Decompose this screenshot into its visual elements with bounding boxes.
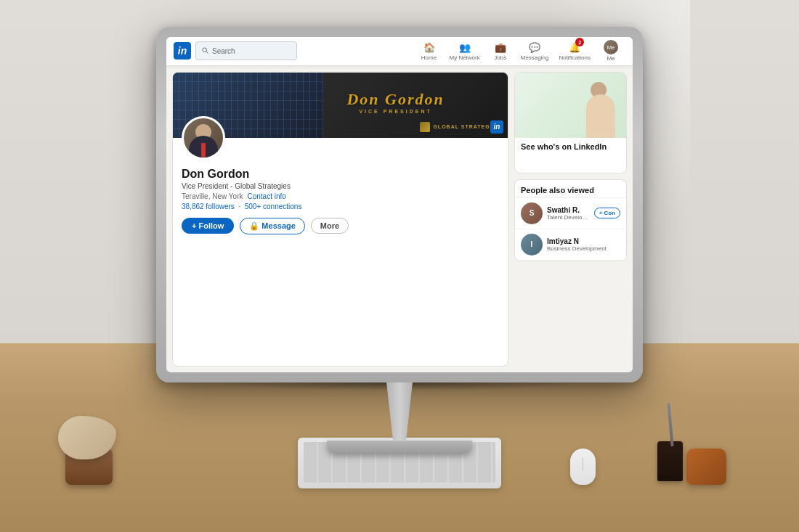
contact-info-link[interactable]: Contact info — [247, 192, 285, 200]
nav-network[interactable]: 👥 My Network — [445, 38, 484, 64]
monitor-screen: in Search 🏠 Home — [166, 37, 633, 372]
more-button[interactable]: More — [311, 218, 349, 234]
jobs-label: Jobs — [494, 54, 506, 61]
people-item-swathi: S Swathi R. Talent Development Group - Q… — [515, 198, 626, 229]
jobs-icon: 💼 — [494, 41, 507, 54]
monitor: in Search 🏠 Home — [145, 27, 654, 477]
me-avatar: Me — [604, 40, 618, 54]
profile-name-block: Don Gordon Vice President - Global Strat… — [182, 144, 499, 234]
people-item-imtiyaz: I Imtiyaz N Business Development — [515, 229, 626, 261]
connections-count: 500+ connections — [245, 202, 302, 210]
monitor-frame: in Search 🏠 Home — [156, 27, 643, 382]
message-button[interactable]: 🔒 Message — [240, 218, 305, 234]
profile-photo — [182, 116, 225, 160]
ad-person — [579, 80, 619, 138]
nav-messaging[interactable]: 💬 Messaging — [516, 38, 553, 64]
connect-label: Con — [604, 210, 615, 216]
location-text: Teraville, New York — [182, 192, 243, 200]
network-label: My Network — [450, 54, 480, 61]
nav-jobs[interactable]: 💼 Jobs — [486, 38, 515, 64]
monitor-stand-base — [327, 441, 472, 454]
people-also-viewed-card: People also viewed S Swathi R. Talent De… — [514, 179, 627, 261]
amber-holder — [686, 449, 726, 485]
main-content: Don Gordon VICE PRESIDENT GLOBAL STRATEG… — [166, 66, 633, 372]
imtiyaz-avatar: I — [521, 234, 543, 255]
ad-image — [515, 73, 626, 138]
messaging-label: Messaging — [521, 54, 549, 61]
ad-text-area: See who's on LinkedIn — [515, 138, 626, 156]
banner-signature-area: Don Gordon VICE PRESIDENT — [300, 83, 491, 123]
people-also-title: People also viewed — [515, 180, 626, 198]
search-bar[interactable]: Search — [195, 41, 297, 60]
banner-linkedin-icon: in — [490, 120, 503, 134]
swathi-role: Talent Development Group - Qa... — [547, 214, 590, 221]
ad-person-body — [586, 94, 615, 138]
nav-home[interactable]: 🏠 Home — [415, 38, 444, 64]
ad-title: See who's on LinkedIn — [521, 142, 620, 152]
vp-label: VICE PRESIDENT — [359, 109, 431, 114]
profile-banner: Don Gordon VICE PRESIDENT GLOBAL STRATEG… — [173, 73, 508, 138]
top-navigation: in Search 🏠 Home — [166, 37, 633, 66]
signature-script: Don Gordon — [346, 91, 444, 107]
profile-title: Vice President - Global Strategies — [182, 182, 499, 190]
imtiyaz-name: Imtiyaz N — [547, 237, 620, 245]
swathi-info: Swathi R. Talent Development Group - Qa.… — [547, 206, 590, 221]
me-label: Me — [607, 55, 615, 62]
nav-items: 🏠 Home 👥 My Network 💼 Jobs 💬 — [415, 37, 626, 65]
nav-me[interactable]: Me Me — [596, 37, 625, 65]
photo-silhouette — [184, 118, 223, 157]
network-icon: 👥 — [458, 41, 471, 54]
profile-info: Don Gordon Vice President - Global Strat… — [173, 138, 508, 242]
imtiyaz-info: Imtiyaz N Business Development — [547, 237, 620, 252]
connect-icon: + — [599, 210, 603, 216]
profile-location: Teraville, New York Contact info — [182, 192, 499, 200]
followers-count: 38,862 followers — [182, 202, 235, 210]
monitor-stand-neck — [378, 382, 421, 441]
right-sidebar: See who's on LinkedIn People also viewed… — [514, 72, 627, 367]
profile-actions: + Follow 🔒 Message More — [182, 218, 499, 234]
linkedin-logo: in — [174, 42, 191, 60]
linkedin-app: in Search 🏠 Home — [166, 37, 633, 372]
person-tie — [201, 143, 206, 157]
profile-stats: 38,862 followers · 500+ connections — [182, 202, 499, 210]
swathi-avatar: S — [521, 202, 543, 224]
svg-line-1 — [206, 52, 208, 53]
pen-holder — [657, 441, 683, 481]
messaging-icon: 💬 — [528, 41, 541, 54]
search-icon — [202, 47, 209, 54]
sidebar-ad-card: See who's on LinkedIn — [514, 72, 627, 173]
profile-card: Don Gordon VICE PRESIDENT GLOBAL STRATEG… — [172, 72, 508, 367]
notifications-icon: 🔔 2 — [568, 41, 581, 54]
imtiyaz-role: Business Development — [547, 245, 620, 252]
company-logo — [420, 122, 430, 132]
home-icon: 🏠 — [423, 41, 436, 54]
notifications-label: Notifications — [559, 54, 591, 61]
profile-name: Don Gordon — [182, 167, 499, 181]
follow-button[interactable]: + Follow — [182, 218, 234, 234]
company-area: GLOBAL STRATEGIES — [420, 122, 500, 132]
search-placeholder: Search — [212, 47, 235, 55]
notifications-badge: 2 — [575, 38, 584, 46]
swathi-connect-button[interactable]: + Con — [594, 208, 620, 218]
nav-notifications[interactable]: 🔔 2 Notifications — [554, 38, 595, 64]
home-label: Home — [421, 54, 437, 61]
swathi-name: Swathi R. — [547, 206, 590, 214]
